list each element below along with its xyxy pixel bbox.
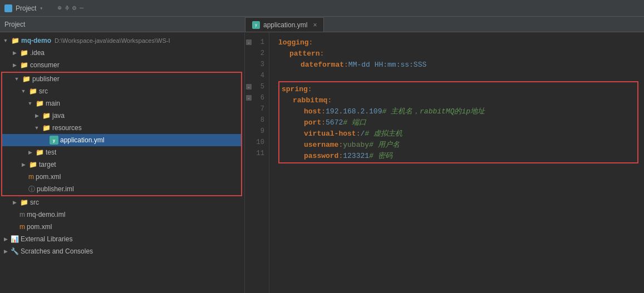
sidebar-item-publisher-iml[interactable]: ⓘ publisher.iml (2, 183, 241, 195)
tree-label-pom-xml: pom.xml (27, 223, 52, 231)
yaml-comment-username: # 用户名 (369, 140, 400, 150)
arrow-java (33, 112, 40, 119)
arrow-src-root (11, 199, 18, 206)
title-project-label[interactable]: Project (16, 4, 36, 12)
folder-icon-java: 📁 (42, 111, 51, 120)
sidebar-item-publisher[interactable]: 📁 publisher (2, 73, 241, 85)
folder-icon-idea: 📁 (19, 48, 28, 57)
line-num-3: 3 (245, 59, 269, 70)
sidebar-item-pom-xml[interactable]: m pom.xml (0, 221, 244, 233)
line-num-10: 10 (245, 137, 269, 148)
line-num-9: 9 (245, 126, 269, 137)
tree-label-mq-demo-iml: mq-demo.iml (27, 211, 65, 218)
yaml-key-host: host (304, 107, 321, 116)
tree-label-target: target (39, 161, 56, 168)
folder-icon-consumer: 📁 (19, 61, 28, 69)
arrow-resources (33, 125, 40, 131)
sidebar-item-external-libs[interactable]: 📊 External Libraries (0, 233, 244, 245)
settings-icon[interactable]: ⚙ (72, 4, 76, 12)
code-line-11: password: 123321 # 密码 (282, 150, 635, 161)
libs-icon: 📊 (11, 235, 19, 243)
yaml-colon-5: : (308, 85, 312, 93)
yaml-colon-3: : (344, 61, 348, 69)
arrow-consumer (11, 62, 18, 68)
fold-icon-6[interactable]: - (246, 95, 252, 101)
arrow-main (27, 100, 33, 107)
editor-area: y application.yml × 1 - 2 3 4 5 - (245, 17, 644, 293)
yaml-key-username: username (304, 141, 338, 149)
project-icon (4, 4, 12, 12)
code-line-7: host: 192.168.2.109 # 主机名，rabbitMQ的ip地址 (282, 106, 635, 117)
yaml-value-username: yubaby (343, 141, 369, 149)
line-numbers: 1 - 2 3 4 5 - 6 - 7 8 9 10 11 (245, 32, 269, 293)
line-num-5: 5 - (245, 81, 269, 92)
sidebar-item-application-yml[interactable]: y application.yml (2, 134, 241, 146)
tree-label-scratches: Scratches and Consoles (21, 247, 93, 255)
arrow-src (20, 88, 27, 95)
folder-icon-resources: 📁 (42, 123, 51, 132)
yaml-value-password: 123321 (343, 152, 369, 160)
yaml-key-virtual-host: virtual-host (304, 130, 356, 138)
tree-label-pom-xml-pub: pom.xml (36, 173, 61, 181)
sidebar-item-src[interactable]: 📁 src (2, 85, 241, 97)
tab-label: application.yml (263, 21, 307, 29)
split-icon[interactable]: ≑ (65, 4, 69, 12)
folder-icon-main: 📁 (35, 99, 44, 108)
tree-label-java: java (52, 112, 65, 120)
sidebar-item-java[interactable]: 📁 java (2, 110, 241, 122)
sidebar-header: Project (0, 17, 244, 32)
arrow-idea (11, 49, 18, 56)
code-line-10: username: yubaby # 用户名 (282, 139, 635, 150)
globe-icon[interactable]: ⊕ (57, 4, 61, 12)
code-editor: 1 - 2 3 4 5 - 6 - 7 8 9 10 11 (245, 32, 644, 293)
sidebar-item-consumer[interactable]: 📁 consumer (0, 59, 244, 71)
sidebar-item-main[interactable]: 📁 main (2, 97, 241, 110)
fold-icon-5[interactable]: - (246, 84, 252, 90)
minimize-icon[interactable]: — (80, 4, 83, 12)
code-line-4 (278, 70, 644, 81)
arrow-target (20, 161, 27, 168)
line-num-6: 6 - (245, 92, 269, 103)
yaml-key-rabbitmq: rabbitmq (293, 96, 327, 105)
code-line-2: pattern: (278, 48, 644, 59)
tree-label-external-libs: External Libraries (21, 235, 72, 243)
yaml-value-virtual-host: / (360, 130, 365, 138)
sidebar-item-mq-demo[interactable]: 📁 mq-demo D:\Workspace-java\idea\Workspa… (0, 34, 244, 47)
folder-icon-test: 📁 (35, 148, 44, 157)
code-line-5: spring: (282, 83, 635, 95)
code-content[interactable]: logging: pattern: dateformat: MM-dd HH:m… (269, 32, 644, 293)
tree-path-mq-demo: D:\Workspace-java\idea\Workspaces\WS-I (55, 37, 170, 44)
file-icon-yml: y (50, 136, 58, 145)
file-icon-xml-pub: m (28, 173, 34, 181)
sidebar-item-scratches[interactable]: 🔧 Scratches and Consoles (0, 245, 244, 257)
yaml-colon-1: : (309, 38, 313, 47)
yaml-colon-2: : (320, 49, 325, 58)
yaml-key-dateformat: dateformat (301, 61, 344, 69)
tab-application-yml[interactable]: y application.yml × (245, 17, 324, 32)
tree-label-consumer: consumer (30, 61, 60, 69)
tree-label-application-yml: application.yml (60, 136, 104, 144)
sidebar-item-target[interactable]: 📁 target (2, 158, 241, 171)
yaml-value-host: 192.168.2.109 (326, 107, 382, 116)
tree-label-test: test (46, 148, 56, 156)
tree-label-main: main (46, 100, 60, 107)
yaml-value-port: 5672 (326, 118, 343, 127)
sidebar: Project 📁 mq-demo D:\Workspace-java\idea… (0, 17, 245, 293)
yaml-key-port: port (304, 118, 321, 127)
yaml-comment-virtual-host: # 虚拟主机 (365, 128, 402, 138)
file-icon-mq-iml: m (19, 211, 25, 218)
sidebar-item-resources[interactable]: 📁 resources (2, 122, 241, 134)
publisher-group: 📁 publisher 📁 src 📁 main (1, 72, 242, 196)
yaml-key-spring: spring (282, 85, 308, 93)
fold-icon-1[interactable]: - (246, 39, 252, 45)
code-line-1: logging: (278, 37, 644, 48)
sidebar-item-src-root[interactable]: 📁 src (0, 196, 244, 208)
sidebar-item-idea[interactable]: 📁 .idea (0, 47, 244, 59)
sidebar-item-pom-xml-pub[interactable]: m pom.xml (2, 171, 241, 183)
sidebar-item-test[interactable]: 📁 test (2, 146, 241, 158)
tab-close-button[interactable]: × (313, 21, 317, 29)
folder-icon-mq-demo: 📁 (11, 36, 19, 45)
sidebar-item-mq-demo-iml[interactable]: m mq-demo.iml (0, 208, 244, 221)
code-line-3: dateformat: MM-dd HH:mm:ss:SSS (278, 59, 644, 70)
title-dropdown-arrow[interactable]: ▾ (40, 5, 43, 12)
